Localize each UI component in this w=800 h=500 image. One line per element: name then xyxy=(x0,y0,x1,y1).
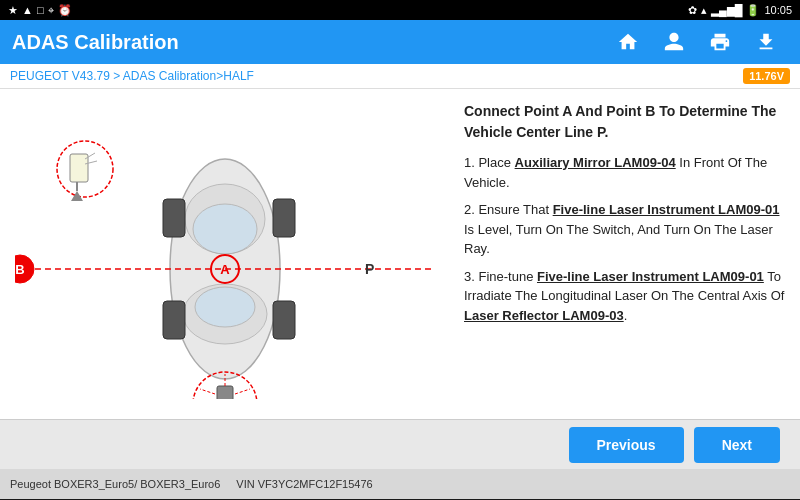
battery-icon: 🔋 xyxy=(746,4,760,17)
wifi-icon: ▴ xyxy=(701,4,707,17)
svg-text:B: B xyxy=(15,262,24,277)
svg-line-28 xyxy=(235,389,250,394)
step3-instrument: Five-line Laser Instrument LAM09-01 xyxy=(537,269,764,284)
svg-line-27 xyxy=(200,389,215,394)
bottom-nav: Previous Next xyxy=(0,419,800,469)
svg-rect-22 xyxy=(217,386,233,399)
svg-rect-16 xyxy=(70,154,88,182)
vehicle-model: Peugeot BOXER3_Euro5/ BOXER3_Euro6 xyxy=(10,478,220,490)
step3-reflector: Laser Reflector LAM09-03 xyxy=(464,308,624,323)
status-bar-left: ★ ▲ □ ⌖ ⏰ xyxy=(8,4,72,17)
step1-instrument: Auxiliary Mirror LAM09-04 xyxy=(515,155,676,170)
alarm-icon: ⏰ xyxy=(58,4,72,17)
step-1: 1. Place Auxiliary Mirror LAM09-04 In Fr… xyxy=(464,153,786,192)
svg-text:A: A xyxy=(220,262,230,277)
svg-point-4 xyxy=(195,287,255,327)
breadcrumb: PEUGEOT V43.79 > ADAS Calibration>HALF 1… xyxy=(0,64,800,89)
step-2: 2. Ensure That Five-line Laser Instrumen… xyxy=(464,200,786,259)
signal-icon: ▂▄▆█ xyxy=(711,4,743,17)
breadcrumb-text: PEUGEOT V43.79 > ADAS Calibration>HALF xyxy=(10,69,254,83)
footer-info: Peugeot BOXER3_Euro5/ BOXER3_Euro6 VIN V… xyxy=(0,469,800,499)
svg-rect-5 xyxy=(163,199,185,237)
time-display: 10:05 xyxy=(764,4,792,16)
instructions-area: Connect Point A And Point B To Determine… xyxy=(450,89,800,419)
status-bar: ★ ▲ □ ⌖ ⏰ ✿ ▴ ▂▄▆█ 🔋 10:05 xyxy=(0,0,800,20)
svg-marker-18 xyxy=(71,191,83,201)
bt-icon: ✿ xyxy=(688,4,697,17)
usb-icon: ⌖ xyxy=(48,4,54,17)
voltage-badge: 11.76V xyxy=(743,68,790,84)
vehicle-vin: VIN VF3YC2MFC12F15476 xyxy=(236,478,372,490)
header-icons xyxy=(606,20,788,64)
notification-icon: ▲ xyxy=(22,4,33,16)
svg-point-3 xyxy=(193,204,257,254)
svg-rect-8 xyxy=(273,301,295,339)
printer-button[interactable] xyxy=(698,20,742,64)
instructions-body: 1. Place Auxiliary Mirror LAM09-04 In Fr… xyxy=(464,153,786,325)
svg-text:P: P xyxy=(365,261,374,277)
header: ADAS Calibration xyxy=(0,20,800,64)
previous-button[interactable]: Previous xyxy=(569,427,684,463)
svg-rect-7 xyxy=(163,301,185,339)
bluetooth-icon: ★ xyxy=(8,4,18,17)
step2-instrument: Five-line Laser Instrument LAM09-01 xyxy=(553,202,780,217)
status-bar-right: ✿ ▴ ▂▄▆█ 🔋 10:05 xyxy=(688,4,792,17)
calibration-diagram: A B P xyxy=(15,109,435,399)
user-button[interactable] xyxy=(652,20,696,64)
svg-rect-6 xyxy=(273,199,295,237)
export-button[interactable] xyxy=(744,20,788,64)
app-title: ADAS Calibration xyxy=(12,31,179,54)
home-button[interactable] xyxy=(606,20,650,64)
diagram-area: A B P xyxy=(0,89,450,419)
step-3: 3. Fine-tune Five-line Laser Instrument … xyxy=(464,267,786,326)
sd-icon: □ xyxy=(37,4,44,16)
main-content: A B P xyxy=(0,89,800,419)
next-button[interactable]: Next xyxy=(694,427,780,463)
instructions-title: Connect Point A And Point B To Determine… xyxy=(464,101,786,143)
